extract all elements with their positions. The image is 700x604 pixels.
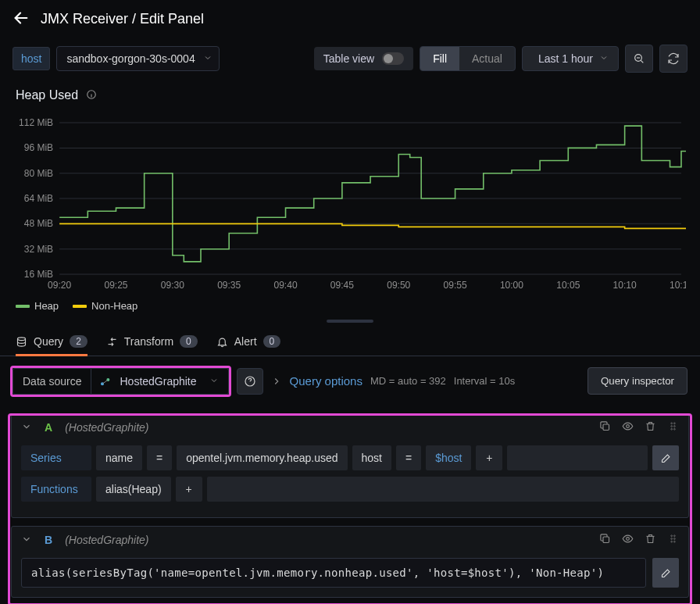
tag-eq: =: [396, 445, 421, 470]
zoom-out-button[interactable]: [625, 45, 653, 73]
drag-handle-icon[interactable]: [667, 533, 679, 547]
svg-point-46: [674, 538, 676, 540]
tab-alert-label: Alert: [234, 335, 257, 348]
svg-text:09:55: 09:55: [444, 280, 467, 291]
svg-point-39: [671, 428, 673, 430]
breadcrumb: JMX Receiver / Edit Panel: [41, 11, 204, 27]
seg-actual[interactable]: Actual: [459, 47, 515, 70]
svg-point-40: [674, 428, 676, 430]
tab-transform[interactable]: Transform 0: [106, 335, 198, 356]
query-meta-interval: Interval = 10s: [454, 375, 515, 387]
copy-icon[interactable]: [599, 533, 611, 547]
seg-fill[interactable]: Fill: [420, 47, 459, 70]
chevron-down-icon[interactable]: [21, 534, 32, 547]
tag-key-name[interactable]: name: [96, 445, 142, 470]
tab-query-count: 2: [70, 335, 88, 348]
refresh-button[interactable]: [659, 45, 688, 73]
chevron-down-icon[interactable]: [21, 421, 32, 434]
query-ds-hint: (HostedGraphite): [65, 421, 148, 434]
svg-point-43: [671, 535, 673, 537]
svg-text:09:30: 09:30: [161, 280, 184, 291]
svg-text:16 MiB: 16 MiB: [24, 269, 53, 280]
legend-item[interactable]: Non-Heap: [73, 300, 138, 312]
svg-point-35: [671, 423, 673, 424]
legend-item[interactable]: Heap: [16, 300, 59, 312]
display-mode-segment[interactable]: Fill Actual: [420, 46, 516, 71]
eye-icon[interactable]: [622, 420, 634, 434]
svg-text:48 MiB: 48 MiB: [24, 218, 53, 229]
svg-point-47: [671, 541, 673, 542]
svg-point-38: [674, 426, 676, 427]
svg-point-37: [671, 426, 673, 427]
back-icon[interactable]: [12, 9, 30, 29]
toggle-icon: [382, 52, 404, 65]
tab-alert-count: 0: [263, 335, 281, 348]
tag-value-metric[interactable]: opentel.jvm.memory.heap.used: [177, 445, 347, 470]
add-function-button[interactable]: +: [176, 477, 202, 502]
tab-alert[interactable]: Alert 0: [216, 335, 280, 356]
series-label: Series: [21, 445, 91, 470]
datasource-name: HostedGraphite: [120, 375, 196, 388]
query-row-A: A (HostedGraphite) Series name = opentel…: [11, 413, 689, 518]
svg-text:09:20: 09:20: [48, 280, 71, 291]
variable-host-value: sandbox-gorgon-30s-0004: [66, 52, 195, 65]
add-tag-button[interactable]: +: [476, 445, 502, 470]
svg-text:09:40: 09:40: [273, 280, 297, 291]
time-range-picker[interactable]: Last 1 hour: [522, 46, 619, 71]
query-row-B: B (HostedGraphite) alias(seriesByTag('na…: [11, 526, 689, 598]
function-token[interactable]: alias(Heap): [96, 477, 171, 502]
query-letter: A: [45, 421, 52, 434]
query-letter: B: [45, 534, 52, 546]
tag-value-host[interactable]: $host: [426, 445, 471, 470]
svg-text:09:50: 09:50: [387, 280, 410, 291]
eye-icon[interactable]: [622, 533, 634, 547]
functions-label: Functions: [21, 477, 91, 502]
chart-legend: HeapNon-Heap: [0, 298, 700, 316]
query-options-link[interactable]: Query options: [290, 374, 362, 388]
variable-host-dropdown[interactable]: sandbox-gorgon-30s-0004: [56, 46, 219, 71]
drag-handle-icon[interactable]: [667, 420, 679, 434]
tab-transform-label: Transform: [124, 335, 173, 348]
svg-text:96 MiB: 96 MiB: [24, 142, 53, 153]
datasource-label: Data source: [12, 368, 91, 395]
svg-text:10:15: 10:15: [670, 280, 686, 291]
tag-eq: =: [147, 445, 172, 470]
edit-raw-toggle[interactable]: [652, 558, 679, 588]
raw-query-input[interactable]: alias(seriesByTag('name=opentel.jvm.memo…: [21, 558, 646, 588]
svg-text:112 MiB: 112 MiB: [19, 117, 53, 128]
svg-point-29: [18, 337, 26, 340]
tab-transform-count: 0: [180, 335, 198, 348]
svg-rect-33: [603, 424, 609, 431]
table-view-toggle[interactable]: Table view: [314, 47, 413, 70]
resize-handle[interactable]: [0, 320, 700, 324]
edit-raw-toggle[interactable]: [652, 445, 679, 470]
trash-icon[interactable]: [645, 420, 656, 434]
datasource-help-button[interactable]: [237, 368, 263, 395]
copy-icon[interactable]: [599, 420, 611, 434]
chevron-right-icon[interactable]: [271, 376, 282, 387]
datasource-logo-icon: [99, 375, 112, 388]
svg-point-42: [627, 538, 630, 541]
query-meta-md: MD = auto = 392: [370, 375, 446, 387]
tag-key-host[interactable]: host: [352, 445, 391, 470]
query-inspector-button[interactable]: Query inspector: [588, 367, 688, 395]
svg-rect-41: [603, 537, 609, 543]
variable-host-badge[interactable]: host: [12, 47, 50, 70]
svg-text:10:05: 10:05: [556, 280, 580, 291]
svg-text:09:45: 09:45: [330, 280, 354, 291]
chevron-down-icon: [203, 52, 212, 65]
svg-text:80 MiB: 80 MiB: [24, 168, 53, 179]
datasource-picker[interactable]: HostedGraphite: [91, 368, 228, 395]
table-view-label: Table view: [323, 52, 374, 65]
chevron-down-icon: [599, 52, 609, 65]
svg-point-34: [627, 425, 630, 428]
svg-text:10:00: 10:00: [500, 280, 523, 291]
tab-query[interactable]: Query 2: [16, 335, 88, 356]
trash-icon[interactable]: [645, 533, 656, 547]
info-icon[interactable]: [86, 89, 97, 102]
svg-text:09:25: 09:25: [104, 280, 127, 291]
svg-point-44: [674, 535, 676, 537]
svg-text:32 MiB: 32 MiB: [24, 244, 53, 255]
svg-point-48: [674, 541, 676, 542]
time-range-label: Last 1 hour: [538, 52, 593, 65]
